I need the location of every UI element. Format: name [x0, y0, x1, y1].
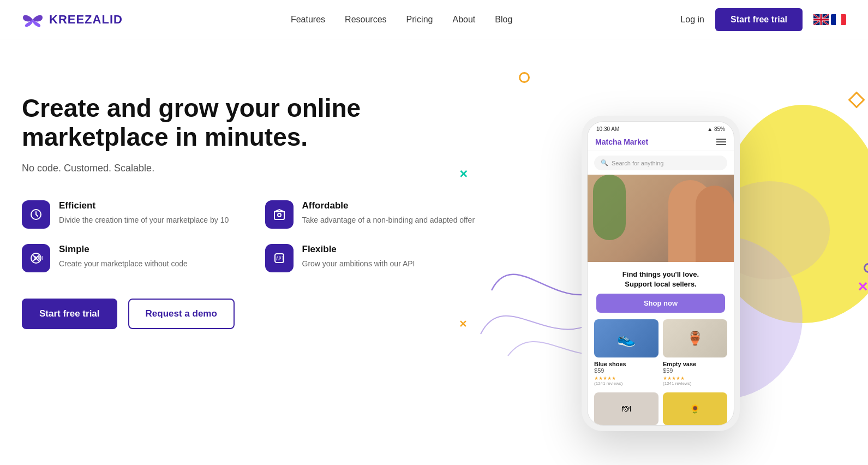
- hero-left: Create and grow your online marketplace …: [22, 72, 475, 329]
- phone-vase-name: Empty vase: [663, 361, 727, 367]
- affordable-icon: [265, 200, 294, 229]
- phone-shoes-price: $59: [594, 367, 659, 374]
- nav-right: Log in Start free trial: [680, 8, 846, 31]
- phone-shoes-image: 👟: [594, 319, 659, 357]
- phone-tagline-line2: Support local sellers.: [625, 280, 697, 288]
- phone-time: 10:30 AM: [596, 126, 619, 132]
- simple-desc: Create your marketplace without code: [59, 258, 188, 270]
- phone-bottom-product-1: 🍽: [594, 392, 659, 425]
- phone-outer: 10:30 AM ▲ 85% Matcha Market 🔍 Search fo…: [582, 116, 740, 431]
- phone-shoes-name: Blue shoes: [594, 361, 659, 367]
- nav-links: Features Resources Pricing About Blog: [291, 15, 512, 25]
- brand-name: KREEZALID: [49, 13, 123, 27]
- feature-affordable: Affordable Take advantage of a non-bindi…: [265, 200, 476, 229]
- svg-text:API: API: [276, 257, 284, 261]
- phone-inner: 10:30 AM ▲ 85% Matcha Market 🔍 Search fo…: [587, 121, 734, 426]
- nav-cta-button[interactable]: Start free trial: [715, 8, 803, 31]
- butterfly-icon: [22, 11, 44, 28]
- phone-product-vase: 🏺 Empty vase $59 ★★★★★ (1241 reviews): [663, 319, 727, 386]
- phone-vase-stars: ★★★★★: [663, 375, 727, 381]
- hero-subtitle: No code. Customed. Scalable.: [22, 163, 475, 174]
- phone-hero-image: [588, 175, 734, 262]
- simple-icon: CODE: [22, 244, 50, 272]
- phone-photo-person2: [696, 186, 734, 262]
- phone-tagline-line1: Find things you'll love.: [622, 270, 699, 278]
- uk-flag-icon: [813, 14, 829, 25]
- flexible-text: Flexible Grow your ambitions with our AP…: [302, 244, 415, 270]
- phone-products-row: 👟 Blue shoes $59 ★★★★★ (1241 reviews) 🏺 …: [588, 319, 734, 392]
- features-grid: Efficient Divide the creation time of yo…: [22, 200, 475, 272]
- phone-bottom-products: 🍽 🌻: [588, 392, 734, 425]
- deco-x-teal: ✕: [459, 168, 468, 181]
- flexible-icon: API: [265, 244, 294, 272]
- feature-efficient: Efficient Divide the creation time of yo…: [22, 200, 232, 229]
- deco-diamond: [848, 91, 865, 108]
- deco-x-pink: ✕: [857, 279, 868, 295]
- phone-signal: ▲ 85%: [707, 126, 725, 132]
- hero-title: Create and grow your online marketplace …: [22, 94, 475, 152]
- flexible-desc: Grow your ambitions with our API: [302, 258, 415, 270]
- phone-shop-button[interactable]: Shop now: [596, 294, 725, 313]
- phone-app-nav: Matcha Market: [588, 134, 734, 151]
- phone-photo-plant: [593, 175, 626, 240]
- phone-bottom-product-2: 🌻: [663, 392, 727, 425]
- nav-about[interactable]: About: [452, 15, 475, 25]
- start-trial-button[interactable]: Start free trial: [22, 299, 117, 329]
- feature-flexible: API Flexible Grow your ambitions with ou…: [265, 244, 476, 272]
- nav-pricing[interactable]: Pricing: [406, 15, 433, 25]
- nav-blog[interactable]: Blog: [495, 15, 512, 25]
- deco-circle-orange: [519, 72, 530, 83]
- simple-text: Simple Create your marketplace without c…: [59, 244, 188, 270]
- phone-app-title: Matcha Market: [595, 138, 648, 146]
- phone-search-placeholder: Search for anything: [612, 160, 663, 166]
- nav-features[interactable]: Features: [291, 15, 325, 25]
- affordable-text: Affordable Take advantage of a non-bindi…: [302, 200, 475, 226]
- phone-vase-reviews: (1241 reviews): [663, 381, 727, 386]
- hero-buttons: Start free trial Request a demo: [22, 299, 475, 329]
- login-link[interactable]: Log in: [680, 15, 704, 25]
- phone-shoes-stars: ★★★★★: [594, 375, 659, 381]
- hero-section: Create and grow your online marketplace …: [0, 39, 868, 465]
- hero-right: ✕ ✕ ✕ ✕ 10:30 AM ▲ 85% Matcha Market: [475, 72, 846, 431]
- affordable-desc: Take advantage of a non-binding and adap…: [302, 214, 475, 226]
- phone-vase-price: $59: [663, 367, 727, 374]
- phone-mockup: 10:30 AM ▲ 85% Matcha Market 🔍 Search fo…: [582, 116, 740, 431]
- phone-search-bar: 🔍 Search for anything: [594, 156, 727, 170]
- simple-title: Simple: [59, 244, 188, 255]
- efficient-icon: [22, 200, 50, 229]
- shoes-icon: 👟: [594, 319, 659, 357]
- phone-hamburger-icon: [716, 139, 726, 145]
- nav-resources[interactable]: Resources: [345, 15, 386, 25]
- logo[interactable]: KREEZALID: [22, 11, 123, 28]
- phone-status-bar: 10:30 AM ▲ 85%: [588, 122, 734, 134]
- feature-simple: CODE Simple Create your marketplace with…: [22, 244, 232, 272]
- efficient-text: Efficient Divide the creation time of yo…: [59, 200, 229, 226]
- phone-tagline: Find things you'll love. Support local s…: [588, 262, 734, 294]
- affordable-title: Affordable: [302, 200, 475, 211]
- vase-icon: 🏺: [663, 319, 727, 357]
- phone-search-icon: 🔍: [601, 159, 608, 166]
- flexible-title: Flexible: [302, 244, 415, 255]
- efficient-desc: Divide the creation time of your marketp…: [59, 214, 229, 226]
- request-demo-button[interactable]: Request a demo: [128, 299, 235, 329]
- phone-product-shoes: 👟 Blue shoes $59 ★★★★★ (1241 reviews): [594, 319, 659, 386]
- phone-vase-image: 🏺: [663, 319, 727, 357]
- svg-point-2: [278, 213, 281, 217]
- svg-text:CODE: CODE: [34, 256, 43, 261]
- fr-flag-icon: [831, 14, 846, 25]
- language-selector[interactable]: [813, 14, 846, 25]
- efficient-title: Efficient: [59, 200, 229, 211]
- phone-shoes-reviews: (1241 reviews): [594, 381, 659, 386]
- navbar: KREEZALID Features Resources Pricing Abo…: [0, 0, 868, 39]
